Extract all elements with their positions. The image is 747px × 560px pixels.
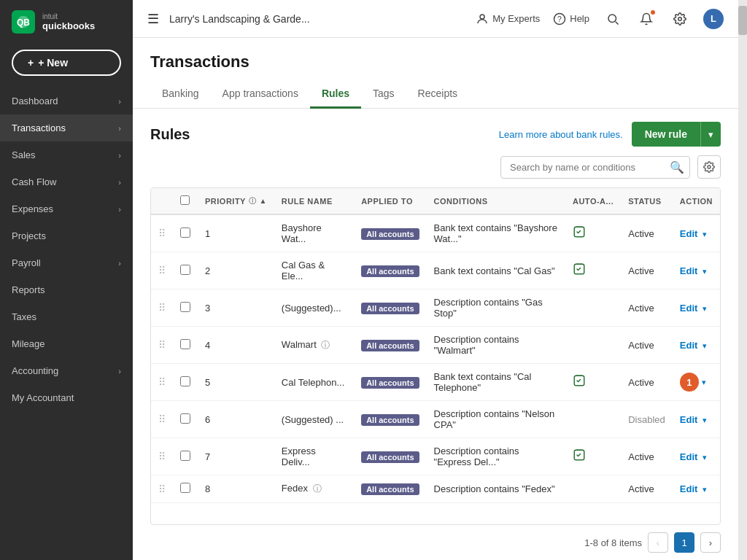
rule-name-text: Cal Telephon... bbox=[282, 377, 345, 388]
action-chevron-icon[interactable]: ▾ bbox=[703, 230, 707, 238]
drag-handle[interactable]: ⠿ bbox=[151, 289, 173, 327]
tab-app-transactions[interactable]: App transactions bbox=[211, 80, 310, 109]
info-icon[interactable]: ⓘ bbox=[321, 340, 330, 350]
drag-handle[interactable]: ⠿ bbox=[151, 327, 173, 364]
help-label: Help bbox=[570, 13, 589, 24]
all-accounts-badge: All accounts bbox=[361, 265, 419, 277]
sidebar-item-payroll[interactable]: Payroll › bbox=[0, 249, 133, 276]
edit-link[interactable]: Edit bbox=[680, 414, 698, 425]
action-chevron-icon[interactable]: ▾ bbox=[703, 304, 707, 313]
help-button[interactable]: ? Help bbox=[553, 12, 589, 26]
action-chevron-icon[interactable]: ▾ bbox=[703, 341, 707, 350]
settings-icon-button[interactable] bbox=[670, 9, 690, 29]
sidebar-item-dashboard[interactable]: Dashboard › bbox=[0, 88, 133, 114]
logo-icon: QB bbox=[12, 10, 35, 34]
sidebar-item-cashflow[interactable]: Cash Flow › bbox=[0, 168, 133, 195]
applied-to-cell: All accounts bbox=[354, 401, 426, 438]
drag-handle[interactable]: ⠿ bbox=[151, 214, 173, 252]
action-chevron-icon[interactable]: ▾ bbox=[702, 378, 706, 387]
search-icon-button[interactable] bbox=[603, 9, 623, 29]
hamburger-icon[interactable]: ☰ bbox=[147, 11, 159, 27]
right-scrollbar[interactable] bbox=[738, 0, 747, 560]
table-settings-button[interactable] bbox=[697, 155, 721, 179]
sidebar-item-accountant[interactable]: My Accountant bbox=[0, 384, 133, 411]
rule-name-cell: Bayshore Wat... bbox=[274, 214, 354, 252]
search-submit-button[interactable]: 🔍 bbox=[670, 160, 684, 174]
edit-link[interactable]: Edit bbox=[680, 265, 698, 276]
info-icon[interactable]: ⓘ bbox=[313, 483, 322, 494]
search-input[interactable] bbox=[500, 156, 690, 179]
learn-more-link[interactable]: Learn more about bank rules. bbox=[499, 129, 623, 140]
sidebar-item-mileage[interactable]: Mileage bbox=[0, 330, 133, 357]
rule-name-cell: Cal Gas & Ele... bbox=[274, 252, 354, 289]
drag-dots-icon: ⠿ bbox=[158, 483, 166, 495]
svg-line-6 bbox=[616, 21, 619, 24]
status-cell: Active bbox=[621, 438, 673, 475]
action-chevron-icon[interactable]: ▾ bbox=[703, 416, 707, 424]
row-select-checkbox[interactable] bbox=[180, 339, 190, 349]
row-select-checkbox[interactable] bbox=[180, 483, 190, 493]
select-all-checkbox[interactable] bbox=[180, 195, 190, 205]
new-button[interactable]: + + New bbox=[12, 50, 121, 76]
my-experts-icon bbox=[476, 12, 489, 26]
conditions-cell: Bank text contains "Cal Telephone" bbox=[427, 364, 565, 401]
auto-add-cell bbox=[565, 289, 621, 327]
priority-cell: 8 bbox=[198, 475, 274, 503]
new-rule-button[interactable]: New rule bbox=[632, 122, 700, 147]
drag-handle[interactable]: ⠿ bbox=[151, 438, 173, 475]
edit-link[interactable]: Edit bbox=[680, 451, 698, 462]
row-select-checkbox[interactable] bbox=[180, 265, 190, 275]
row-checkbox-cell bbox=[173, 475, 198, 503]
my-experts-button[interactable]: My Experts bbox=[476, 12, 540, 26]
drag-handle[interactable]: ⠿ bbox=[151, 401, 173, 438]
row-select-checkbox[interactable] bbox=[180, 413, 190, 424]
status-cell: Active bbox=[621, 475, 673, 503]
gear-icon bbox=[673, 12, 686, 26]
row-select-checkbox[interactable] bbox=[180, 451, 190, 461]
edit-link[interactable]: Edit bbox=[680, 228, 698, 239]
edit-link[interactable]: Edit bbox=[680, 340, 698, 351]
rule-name-cell: Fedex ⓘ bbox=[274, 475, 354, 503]
page-1-button[interactable]: 1 bbox=[674, 532, 694, 553]
applied-to-cell: All accounts bbox=[354, 475, 426, 503]
table-row: ⠿4Walmart ⓘAll accountsDescription conta… bbox=[151, 327, 720, 364]
col-applied-to: APPLIED TO bbox=[354, 188, 426, 214]
sidebar-item-reports[interactable]: Reports bbox=[0, 276, 133, 303]
row-select-checkbox[interactable] bbox=[180, 376, 190, 386]
auto-add-cell bbox=[565, 401, 621, 438]
sidebar-item-projects[interactable]: Projects bbox=[0, 222, 133, 249]
edit-link[interactable]: Edit bbox=[680, 483, 698, 494]
action-chevron-icon[interactable]: ▾ bbox=[703, 453, 707, 462]
tab-rules[interactable]: Rules bbox=[310, 80, 361, 109]
next-page-button[interactable]: › bbox=[700, 532, 721, 553]
action-chevron-icon[interactable]: ▾ bbox=[703, 267, 707, 276]
prev-page-button[interactable]: ‹ bbox=[648, 532, 668, 553]
logo-area: QB intuit quickbooks bbox=[0, 0, 133, 44]
chevron-right-icon: › bbox=[118, 97, 121, 106]
new-rule-chevron-button[interactable]: ▾ bbox=[700, 122, 721, 147]
drag-handle[interactable]: ⠿ bbox=[151, 475, 173, 503]
tab-tags[interactable]: Tags bbox=[361, 80, 406, 109]
sidebar-item-accounting[interactable]: Accounting › bbox=[0, 357, 133, 384]
row-checkbox-cell bbox=[173, 364, 198, 401]
drag-handle[interactable]: ⠿ bbox=[151, 252, 173, 289]
sidebar-item-expenses[interactable]: Expenses › bbox=[0, 195, 133, 222]
drag-handle[interactable]: ⠿ bbox=[151, 364, 173, 401]
avatar[interactable]: L bbox=[703, 9, 724, 29]
row-checkbox-cell bbox=[173, 327, 198, 364]
row-select-checkbox[interactable] bbox=[180, 228, 190, 238]
notifications-icon-button[interactable] bbox=[636, 9, 657, 29]
orange-notification-badge[interactable]: 1 bbox=[680, 373, 699, 392]
page-header: Transactions bbox=[133, 38, 738, 80]
sidebar-item-taxes[interactable]: Taxes bbox=[0, 303, 133, 330]
sidebar-item-sales[interactable]: Sales › bbox=[0, 141, 133, 168]
col-priority[interactable]: PRIORITY ⓘ ▲ bbox=[198, 188, 274, 214]
row-select-checkbox[interactable] bbox=[180, 302, 190, 312]
edit-link[interactable]: Edit bbox=[680, 303, 698, 314]
rule-name-text: Bayshore Wat... bbox=[282, 222, 322, 244]
action-chevron-icon[interactable]: ▾ bbox=[703, 485, 707, 494]
table-row: ⠿5Cal Telephon...All accountsBank text c… bbox=[151, 364, 720, 401]
sidebar-item-transactions[interactable]: Transactions › bbox=[0, 114, 133, 141]
tab-receipts[interactable]: Receipts bbox=[406, 80, 469, 109]
tab-banking[interactable]: Banking bbox=[150, 80, 211, 109]
